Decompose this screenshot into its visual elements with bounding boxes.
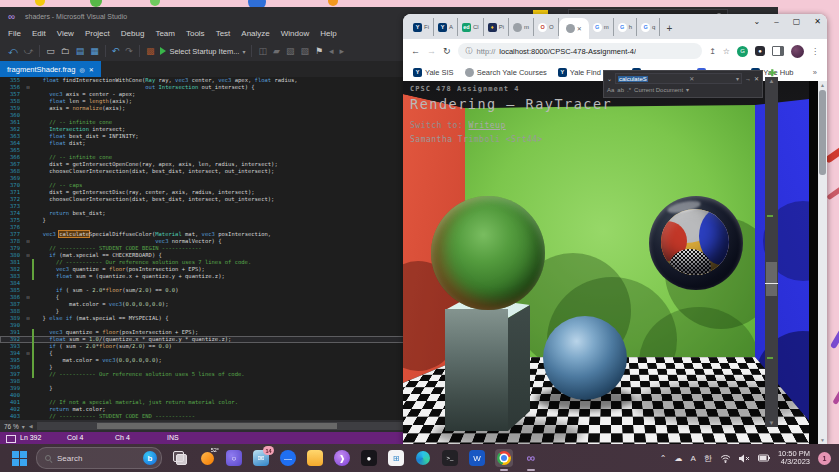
clipchamp-icon[interactable]: ❱ xyxy=(333,449,351,467)
site-info-icon[interactable]: ⓘ xyxy=(466,46,473,56)
tray-expand-icon[interactable]: ⌃ xyxy=(660,454,667,463)
mail-app-icon[interactable]: ✉ 14 xyxy=(252,449,270,467)
weather-widget[interactable]: 52° xyxy=(198,449,216,467)
tab-close-icon[interactable]: ✕ xyxy=(577,25,582,32)
menu-item-edit[interactable]: Edit xyxy=(32,29,46,38)
tray-letter-icon[interactable]: A xyxy=(691,454,696,463)
menu-item-project[interactable]: Project xyxy=(85,29,110,38)
menu-item-tools[interactable]: Tools xyxy=(186,29,205,38)
ime-indicator[interactable]: 한 xyxy=(704,453,712,464)
taskbar-search[interactable]: Search b xyxy=(36,447,162,469)
menu-item-file[interactable]: File xyxy=(8,29,21,38)
scrollbar-thumb[interactable] xyxy=(819,90,826,175)
address-bar[interactable]: ⓘ http://localhost:8000/CPSC-478-Assignm… xyxy=(458,43,703,59)
browser-tab-1[interactable]: YFi xyxy=(409,18,434,36)
save-icon[interactable]: ▤ xyxy=(76,47,85,56)
save-all-icon[interactable]: ▦ xyxy=(90,47,99,56)
share-icon[interactable]: ↥ xyxy=(709,47,716,56)
browser-tab-7[interactable]: ✕ xyxy=(559,18,589,39)
nav-forward-icon[interactable]: ⤻ xyxy=(24,47,34,56)
start-button[interactable] xyxy=(12,451,27,466)
menu-item-analyze[interactable]: Analyze xyxy=(241,29,269,38)
find-expand-icon[interactable]: ⌄ xyxy=(607,75,612,82)
scroll-down-icon[interactable]: ▼ xyxy=(818,437,827,443)
tab-fragmentshader[interactable]: fragmentShader.frag ◎ ✕ xyxy=(0,61,101,77)
hscrollbar-thumb[interactable] xyxy=(97,423,337,429)
file-explorer-icon[interactable] xyxy=(306,449,324,467)
word-icon[interactable]: W xyxy=(468,449,486,467)
hscroll-left-icon[interactable]: ◀ xyxy=(29,423,33,429)
bookmark-icon[interactable]: ⚑ xyxy=(315,47,323,56)
regex-toggle[interactable]: .* xyxy=(627,87,631,93)
menu-dots-icon[interactable]: ⋮ xyxy=(811,47,819,56)
edge-icon[interactable] xyxy=(414,449,432,467)
find-scope[interactable]: Current Document xyxy=(634,87,683,93)
browser-tab-3[interactable]: edCl xyxy=(458,18,484,36)
undo-icon[interactable]: ↶ xyxy=(112,47,120,56)
nav-back-icon[interactable]: ⤺ xyxy=(8,47,18,56)
chat-app-icon[interactable]: ○ xyxy=(225,449,243,467)
close-icon[interactable]: ✕ xyxy=(89,66,94,73)
scroll-up-icon[interactable]: ▲ xyxy=(765,78,778,84)
outdent-icon[interactable]: ▧ xyxy=(300,47,309,56)
whole-word-toggle[interactable]: ab xyxy=(617,87,624,93)
scroll-up-icon[interactable]: ▲ xyxy=(818,82,827,88)
browser-tab-6[interactable]: OO xyxy=(534,18,559,36)
extension-grammarly-icon[interactable]: G xyxy=(737,46,748,57)
terminal-icon[interactable]: >_ xyxy=(441,449,459,467)
new-file-icon[interactable]: ▭ xyxy=(46,47,55,56)
zoom-select[interactable]: 76 % ▾ xyxy=(4,423,25,430)
menu-item-help[interactable]: Help xyxy=(320,29,336,38)
browser-tab-4[interactable]: ♦Pi xyxy=(484,18,509,36)
side-panel-icon[interactable] xyxy=(772,46,784,56)
battery-icon[interactable] xyxy=(758,454,770,462)
bookmark-search-yale-courses[interactable]: Search Yale Courses xyxy=(465,68,547,77)
bookmark-star-icon[interactable]: ☆ xyxy=(723,47,730,56)
menu-item-debug[interactable]: Debug xyxy=(121,29,145,38)
profile-avatar[interactable] xyxy=(791,45,804,58)
blue-app-icon[interactable]: ― xyxy=(279,449,297,467)
open-folder-icon[interactable]: 🗀 xyxy=(61,47,70,56)
page-scrollbar[interactable]: ▲ ▼ xyxy=(818,81,827,444)
browser-tab-2[interactable]: YA xyxy=(434,18,458,36)
editor-vscrollbar[interactable]: ▲ ▼ xyxy=(765,77,778,427)
raytracer-canvas[interactable]: CPSC 478 Assignment 4 Rendering – RayTra… xyxy=(403,81,818,444)
back-icon[interactable]: ← xyxy=(411,46,420,56)
visual-studio-icon[interactable]: ∞ xyxy=(522,449,540,467)
find-next-icon[interactable]: → xyxy=(745,76,751,82)
writeup-link[interactable]: Writeup xyxy=(469,121,506,130)
find-in-files-icon[interactable]: ◫ xyxy=(258,47,267,56)
split-editor-icon[interactable]: ✚ xyxy=(768,68,776,78)
menu-item-test[interactable]: Test xyxy=(216,29,231,38)
start-debug-button[interactable]: Select Startup Item... ▾ xyxy=(160,47,245,56)
new-tab-button[interactable]: + xyxy=(666,23,672,34)
clear-icon[interactable]: ✕ xyxy=(689,75,694,82)
attach-icon[interactable]: ▩ xyxy=(146,47,155,56)
scroll-down-icon[interactable]: ▼ xyxy=(765,420,778,426)
notification-badge[interactable]: 1 xyxy=(818,452,831,465)
menu-item-window[interactable]: Window xyxy=(281,29,309,38)
browser-tab-8[interactable]: Gm xyxy=(589,18,614,36)
reload-icon[interactable]: ↻ xyxy=(443,46,451,56)
redo-icon[interactable]: ↷ xyxy=(125,47,133,56)
browser-maximize-button[interactable]: ▢ xyxy=(793,17,801,26)
comment-icon[interactable]: ▰ xyxy=(273,47,280,56)
find-input[interactable]: calculateS ✕ ▾ xyxy=(615,73,742,84)
bookmark-yale-sis[interactable]: YYale SIS xyxy=(413,68,454,77)
microsoft-store-icon[interactable]: ⊞ xyxy=(387,449,405,467)
browser-tab-5[interactable]: m xyxy=(509,18,534,36)
browser-close-button[interactable]: ✕ xyxy=(814,17,821,26)
github-desktop-icon[interactable]: ● xyxy=(360,449,378,467)
tab-search-icon[interactable]: ⌄ xyxy=(754,17,761,26)
browser-tab-9[interactable]: Gh xyxy=(614,18,637,36)
menu-item-team[interactable]: Team xyxy=(155,29,175,38)
bookmarks-overflow-icon[interactable]: » xyxy=(813,68,817,77)
taskbar-clock[interactable]: 10:50 PM 4/3/2023 xyxy=(778,450,810,467)
chevron-down-icon[interactable]: ▾ xyxy=(736,75,739,82)
scrollbar-thumb[interactable] xyxy=(766,262,777,296)
extension-icon[interactable]: ● xyxy=(755,46,765,56)
task-view-button[interactable] xyxy=(171,449,189,467)
bookmark-next-icon[interactable]: ▸ xyxy=(340,47,345,56)
indent-icon[interactable]: ▧ xyxy=(286,47,295,56)
browser-minimize-button[interactable]: – xyxy=(774,17,778,26)
